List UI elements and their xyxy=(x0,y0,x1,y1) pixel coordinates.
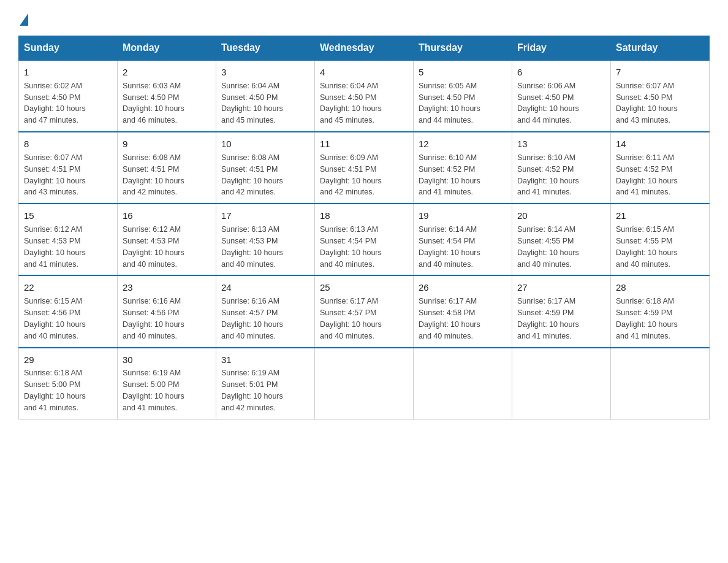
day-info: Sunrise: 6:10 AMSunset: 4:52 PMDaylight:… xyxy=(419,153,480,197)
day-number: 14 xyxy=(616,137,704,151)
col-header-monday: Monday xyxy=(118,36,216,61)
day-info: Sunrise: 6:08 AMSunset: 4:51 PMDaylight:… xyxy=(123,153,184,197)
calendar-cell: 22 Sunrise: 6:15 AMSunset: 4:56 PMDaylig… xyxy=(19,275,118,347)
calendar-cell: 3 Sunrise: 6:04 AMSunset: 4:50 PMDayligh… xyxy=(216,60,315,132)
calendar-cell: 11 Sunrise: 6:09 AMSunset: 4:51 PMDaylig… xyxy=(315,132,414,204)
week-row-5: 29 Sunrise: 6:18 AMSunset: 5:00 PMDaylig… xyxy=(19,348,710,419)
calendar-cell: 15 Sunrise: 6:12 AMSunset: 4:53 PMDaylig… xyxy=(19,204,118,275)
calendar-cell: 23 Sunrise: 6:16 AMSunset: 4:56 PMDaylig… xyxy=(118,275,216,347)
calendar-cell: 28 Sunrise: 6:18 AMSunset: 4:59 PMDaylig… xyxy=(611,275,710,347)
calendar-table: SundayMondayTuesdayWednesdayThursdayFrid… xyxy=(18,36,710,419)
day-info: Sunrise: 6:15 AMSunset: 4:55 PMDaylight:… xyxy=(616,225,678,269)
logo xyxy=(18,12,29,23)
calendar-cell: 10 Sunrise: 6:08 AMSunset: 4:51 PMDaylig… xyxy=(216,132,315,204)
day-info: Sunrise: 6:06 AMSunset: 4:50 PMDaylight:… xyxy=(517,82,579,125)
week-row-3: 15 Sunrise: 6:12 AMSunset: 4:53 PMDaylig… xyxy=(19,204,710,275)
day-info: Sunrise: 6:17 AMSunset: 4:58 PMDaylight:… xyxy=(419,297,480,340)
day-info: Sunrise: 6:13 AMSunset: 4:54 PMDaylight:… xyxy=(320,225,382,269)
calendar-cell: 25 Sunrise: 6:17 AMSunset: 4:57 PMDaylig… xyxy=(315,275,414,347)
calendar-cell: 18 Sunrise: 6:13 AMSunset: 4:54 PMDaylig… xyxy=(315,204,414,275)
calendar-cell: 20 Sunrise: 6:14 AMSunset: 4:55 PMDaylig… xyxy=(512,204,611,275)
calendar-cell: 1 Sunrise: 6:02 AMSunset: 4:50 PMDayligh… xyxy=(19,60,118,132)
col-header-sunday: Sunday xyxy=(19,36,118,61)
day-info: Sunrise: 6:12 AMSunset: 4:53 PMDaylight:… xyxy=(24,225,86,269)
calendar-header-row: SundayMondayTuesdayWednesdayThursdayFrid… xyxy=(19,36,710,61)
day-info: Sunrise: 6:14 AMSunset: 4:54 PMDaylight:… xyxy=(419,225,480,269)
day-info: Sunrise: 6:03 AMSunset: 4:50 PMDaylight:… xyxy=(123,82,184,125)
calendar-cell xyxy=(611,348,710,419)
day-number: 27 xyxy=(517,281,605,294)
day-number: 26 xyxy=(419,281,507,294)
day-number: 17 xyxy=(221,209,309,223)
day-info: Sunrise: 6:16 AMSunset: 4:57 PMDaylight:… xyxy=(221,297,283,340)
day-info: Sunrise: 6:02 AMSunset: 4:50 PMDaylight:… xyxy=(24,82,86,125)
day-number: 19 xyxy=(419,209,507,223)
day-info: Sunrise: 6:14 AMSunset: 4:55 PMDaylight:… xyxy=(517,225,579,269)
day-number: 9 xyxy=(123,137,211,151)
col-header-friday: Friday xyxy=(512,36,611,61)
calendar-cell: 21 Sunrise: 6:15 AMSunset: 4:55 PMDaylig… xyxy=(611,204,710,275)
day-number: 6 xyxy=(517,66,605,79)
day-info: Sunrise: 6:15 AMSunset: 4:56 PMDaylight:… xyxy=(24,297,86,340)
day-number: 16 xyxy=(123,209,211,223)
day-number: 7 xyxy=(616,66,704,79)
calendar-cell: 12 Sunrise: 6:10 AMSunset: 4:52 PMDaylig… xyxy=(414,132,512,204)
calendar-cell xyxy=(414,348,512,419)
col-header-tuesday: Tuesday xyxy=(216,36,315,61)
calendar-cell: 26 Sunrise: 6:17 AMSunset: 4:58 PMDaylig… xyxy=(414,275,512,347)
week-row-4: 22 Sunrise: 6:15 AMSunset: 4:56 PMDaylig… xyxy=(19,275,710,347)
day-info: Sunrise: 6:18 AMSunset: 5:00 PMDaylight:… xyxy=(24,369,86,412)
day-number: 23 xyxy=(123,281,211,294)
calendar-cell: 31 Sunrise: 6:19 AMSunset: 5:01 PMDaylig… xyxy=(216,348,315,419)
day-number: 20 xyxy=(517,209,605,223)
day-number: 13 xyxy=(517,137,605,151)
day-info: Sunrise: 6:04 AMSunset: 4:50 PMDaylight:… xyxy=(320,82,382,125)
day-info: Sunrise: 6:07 AMSunset: 4:51 PMDaylight:… xyxy=(24,153,86,197)
day-info: Sunrise: 6:07 AMSunset: 4:50 PMDaylight:… xyxy=(616,82,678,125)
page-header xyxy=(18,12,710,23)
calendar-cell: 4 Sunrise: 6:04 AMSunset: 4:50 PMDayligh… xyxy=(315,60,414,132)
day-number: 5 xyxy=(419,66,507,79)
calendar-cell: 24 Sunrise: 6:16 AMSunset: 4:57 PMDaylig… xyxy=(216,275,315,347)
day-number: 29 xyxy=(24,353,112,367)
col-header-saturday: Saturday xyxy=(611,36,710,61)
col-header-thursday: Thursday xyxy=(414,36,512,61)
day-number: 28 xyxy=(616,281,704,294)
day-info: Sunrise: 6:18 AMSunset: 4:59 PMDaylight:… xyxy=(616,297,678,340)
day-info: Sunrise: 6:19 AMSunset: 5:00 PMDaylight:… xyxy=(123,369,184,412)
day-number: 1 xyxy=(24,66,112,79)
day-number: 24 xyxy=(221,281,309,294)
day-info: Sunrise: 6:11 AMSunset: 4:52 PMDaylight:… xyxy=(616,153,678,197)
day-number: 11 xyxy=(320,137,408,151)
day-number: 22 xyxy=(24,281,112,294)
calendar-cell: 14 Sunrise: 6:11 AMSunset: 4:52 PMDaylig… xyxy=(611,132,710,204)
col-header-wednesday: Wednesday xyxy=(315,36,414,61)
day-info: Sunrise: 6:05 AMSunset: 4:50 PMDaylight:… xyxy=(419,82,480,125)
calendar-cell xyxy=(315,348,414,419)
calendar-cell xyxy=(512,348,611,419)
day-info: Sunrise: 6:08 AMSunset: 4:51 PMDaylight:… xyxy=(221,153,283,197)
logo-triangle-icon xyxy=(20,13,28,26)
day-info: Sunrise: 6:10 AMSunset: 4:52 PMDaylight:… xyxy=(517,153,579,197)
day-info: Sunrise: 6:04 AMSunset: 4:50 PMDaylight:… xyxy=(221,82,283,125)
day-info: Sunrise: 6:13 AMSunset: 4:53 PMDaylight:… xyxy=(221,225,283,269)
day-info: Sunrise: 6:17 AMSunset: 4:57 PMDaylight:… xyxy=(320,297,382,340)
day-info: Sunrise: 6:16 AMSunset: 4:56 PMDaylight:… xyxy=(123,297,184,340)
day-number: 18 xyxy=(320,209,408,223)
calendar-cell: 13 Sunrise: 6:10 AMSunset: 4:52 PMDaylig… xyxy=(512,132,611,204)
day-number: 25 xyxy=(320,281,408,294)
day-number: 2 xyxy=(123,66,211,79)
day-info: Sunrise: 6:19 AMSunset: 5:01 PMDaylight:… xyxy=(221,369,283,412)
week-row-2: 8 Sunrise: 6:07 AMSunset: 4:51 PMDayligh… xyxy=(19,132,710,204)
calendar-cell: 17 Sunrise: 6:13 AMSunset: 4:53 PMDaylig… xyxy=(216,204,315,275)
day-number: 3 xyxy=(221,66,309,79)
calendar-cell: 5 Sunrise: 6:05 AMSunset: 4:50 PMDayligh… xyxy=(414,60,512,132)
calendar-cell: 19 Sunrise: 6:14 AMSunset: 4:54 PMDaylig… xyxy=(414,204,512,275)
day-number: 30 xyxy=(123,353,211,367)
calendar-cell: 9 Sunrise: 6:08 AMSunset: 4:51 PMDayligh… xyxy=(118,132,216,204)
day-number: 4 xyxy=(320,66,408,79)
day-info: Sunrise: 6:17 AMSunset: 4:59 PMDaylight:… xyxy=(517,297,579,340)
day-number: 8 xyxy=(24,137,112,151)
calendar-cell: 6 Sunrise: 6:06 AMSunset: 4:50 PMDayligh… xyxy=(512,60,611,132)
calendar-cell: 27 Sunrise: 6:17 AMSunset: 4:59 PMDaylig… xyxy=(512,275,611,347)
